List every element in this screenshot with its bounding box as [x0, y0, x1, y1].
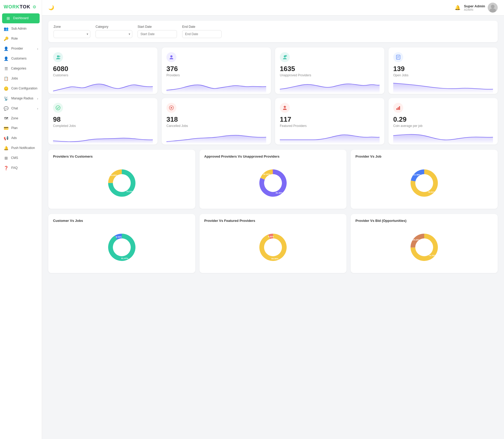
sidebar-item-sub-admin[interactable]: 👥 Sub Admin — [0, 24, 42, 34]
nav-icon-chat: 💬 — [4, 106, 9, 111]
nav-label-faq: FAQ — [11, 166, 18, 170]
nav-label-chat: Chat — [11, 106, 18, 111]
chevron-icon: › — [37, 97, 38, 100]
sidebar-item-chat[interactable]: 💬 Chat › — [0, 104, 42, 114]
zone-filter: Zone — [54, 25, 90, 38]
stat-icon-cancelled-jobs — [166, 103, 176, 113]
sidebar-item-plan[interactable]: 💳 Plan — [0, 123, 42, 133]
chart-title-provider-vs-job: Provider Vs Job — [355, 154, 493, 158]
sidebar-item-dashboard[interactable]: ⊞ Dashboard — [2, 13, 40, 23]
svg-rect-20 — [398, 107, 399, 110]
donut-charts-row2: Customer Vs Jobs91.47%8.53%Provider Vs F… — [48, 214, 498, 273]
chart-card-providers-vs-customers: Providers Vs Customers75.15%24.85% — [48, 150, 195, 209]
nav-label-manage-radius: Manage Radius — [11, 97, 33, 101]
stat-icon-open-jobs — [393, 52, 403, 62]
chart-card-provider-vs-bid: Provider Vs Bid (Opportunities)74.76%25.… — [351, 214, 498, 273]
svg-rect-21 — [399, 106, 400, 110]
stats-grid: 6080 Customers 376 Providers — [48, 47, 498, 144]
zone-select[interactable] — [54, 30, 90, 38]
stat-number-completed-jobs: 98 — [53, 115, 153, 124]
stat-card-cancelled-jobs: 318 Cancelled Jobs — [162, 98, 271, 144]
nav-icon-customers: 👤 — [4, 56, 9, 61]
theme-toggle-button[interactable]: 🌙 — [48, 5, 54, 10]
nav-icon-zone: 🗺 — [4, 116, 8, 121]
header-left: 🌙 — [48, 5, 54, 10]
svg-rect-19 — [396, 108, 397, 110]
nav-icon-categories: ☰ — [4, 66, 8, 71]
notification-button[interactable]: 🔔 — [455, 5, 460, 10]
filter-bar: Zone Category Start Date — [48, 21, 498, 42]
zone-label: Zone — [54, 25, 90, 29]
nav-label-provider: Provider — [11, 47, 23, 51]
start-date-filter: Start Date — [138, 25, 177, 38]
sidebar-item-faq[interactable]: ❓ FAQ — [0, 163, 42, 173]
donut-svg-provider-vs-job: 78.01%21.99% — [406, 165, 443, 201]
svg-point-2 — [490, 8, 496, 13]
donut-svg-customer-vs-jobs: 91.47%8.53% — [103, 229, 140, 266]
stat-icon-customers — [53, 52, 63, 62]
sidebar-item-zone[interactable]: 🗺 Zone — [0, 114, 42, 123]
sidebar-item-role[interactable]: 🔑 Role — [0, 34, 42, 44]
sidebar-item-customers[interactable]: 👤 Customers — [0, 54, 42, 64]
stat-number-open-jobs: 139 — [393, 65, 493, 73]
sidebar-item-manage-radius[interactable]: 📡 Manage Radius › — [0, 94, 42, 104]
sidebar-nav: ⊞ Dashboard 👥 Sub Admin 🔑 Role 👤 Provide… — [0, 13, 42, 439]
stat-card-coin-avg: 0.29 Coin average per job — [388, 98, 498, 144]
stat-label-featured-providers: Featured Providers — [280, 124, 380, 128]
nav-label-customers: Customers — [11, 57, 27, 61]
svg-point-13 — [56, 106, 60, 110]
start-date-input[interactable] — [138, 30, 177, 38]
nav-label-sub-admin: Sub Admin — [11, 27, 27, 31]
chart-card-customer-vs-jobs: Customer Vs Jobs91.47%8.53% — [48, 214, 195, 273]
category-select[interactable] — [96, 30, 132, 38]
chevron-icon: › — [37, 47, 38, 50]
donut-label-0: 75.15% — [126, 190, 133, 193]
donut-label-0: 78.01% — [428, 191, 435, 193]
sidebar-item-push-notification[interactable]: 🔔 Push Notification — [0, 143, 42, 153]
sidebar-item-ads[interactable]: 📢 Ads — [0, 133, 42, 143]
mini-chart-customers — [53, 79, 153, 93]
end-date-label: End Date — [182, 25, 222, 29]
stat-card-unapproved-providers: 1635 Unapproved Providers — [275, 47, 384, 94]
nav-icon-cms: ⊞ — [4, 156, 8, 160]
donut-container-provider-vs-job: 78.01%21.99% — [355, 162, 493, 204]
nav-label-cms: CMS — [11, 156, 18, 160]
chart-card-approved-vs-unapproved: Approved Providers Vs Unapproved Provide… — [200, 150, 346, 209]
chart-title-approved-vs-unapproved: Approved Providers Vs Unapproved Provide… — [204, 154, 342, 158]
user-info: Super Admin ADMIN — [464, 3, 498, 13]
nav-icon-push-notification: 🔔 — [4, 146, 9, 151]
nav-icon-dashboard: ⊞ — [6, 16, 10, 21]
header: 🌙 🔔 Super Admin ADMIN — [42, 0, 504, 15]
mini-chart-open-jobs — [393, 79, 493, 93]
donut-label-1: 5.50% — [268, 235, 274, 238]
logo: WORKTOK ⚙ — [0, 0, 42, 13]
stat-icon-featured-providers — [280, 103, 290, 113]
svg-point-1 — [491, 5, 495, 8]
mini-chart-unapproved-providers — [280, 79, 380, 93]
nav-icon-role: 🔑 — [4, 36, 9, 41]
sidebar-item-provider[interactable]: 👤 Provider › — [0, 44, 42, 54]
mini-chart-coin-avg — [393, 130, 493, 143]
donut-charts-row1: Providers Vs Customers75.15%24.85%Approv… — [48, 150, 498, 209]
stat-number-unapproved-providers: 1635 — [280, 65, 380, 73]
sidebar-item-jobs[interactable]: 📋 Jobs — [0, 74, 42, 84]
end-date-filter: End Date — [182, 25, 222, 38]
svg-point-4 — [59, 56, 60, 57]
end-date-input[interactable] — [182, 30, 222, 38]
sidebar-item-cms[interactable]: ⊞ CMS — [0, 153, 42, 163]
stat-label-providers: Providers — [166, 73, 266, 77]
stat-number-featured-providers: 117 — [280, 115, 380, 124]
nav-label-categories: Categories — [11, 67, 26, 71]
sidebar-item-categories[interactable]: ☰ Categories — [0, 64, 42, 74]
chart-card-provider-vs-featured: Provider Vs Featured Providers94.50%5.50… — [200, 214, 346, 273]
chart-title-providers-vs-customers: Providers Vs Customers — [53, 154, 191, 158]
donut-label-1: 18.10% — [263, 173, 270, 175]
nav-icon-jobs: 📋 — [4, 76, 9, 81]
donut-svg-providers-vs-customers: 75.15%24.85% — [103, 165, 140, 201]
svg-point-3 — [57, 55, 59, 57]
nav-icon-ads: 📢 — [4, 136, 9, 141]
nav-label-plan: Plan — [11, 126, 18, 130]
stat-icon-unapproved-providers — [280, 52, 290, 62]
nav-icon-coin-config: 🪙 — [4, 86, 9, 91]
sidebar-item-coin-config[interactable]: 🪙 Coin Configuration — [0, 84, 42, 94]
